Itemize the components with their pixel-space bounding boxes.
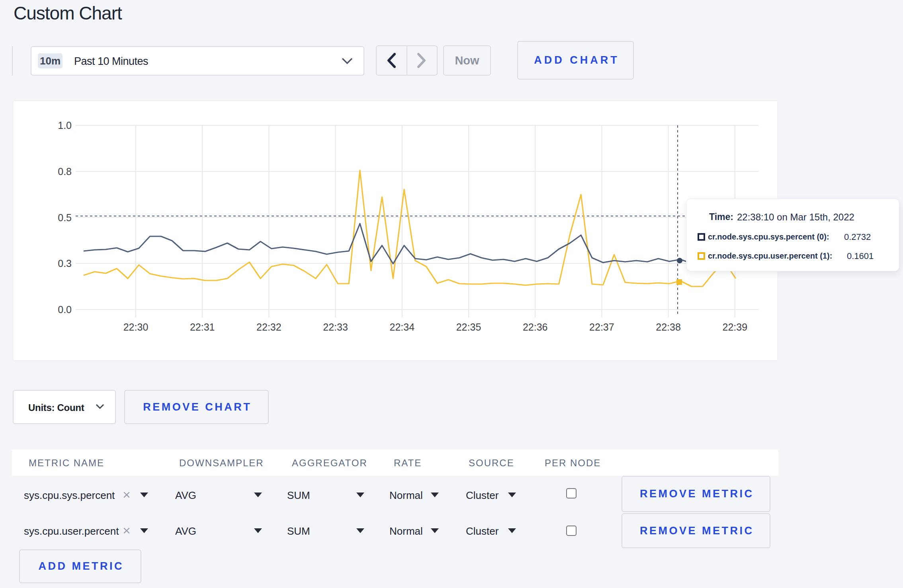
svg-text:22:35: 22:35	[456, 321, 481, 333]
svg-text:22:33: 22:33	[323, 321, 348, 333]
svg-text:22:37: 22:37	[589, 321, 614, 333]
svg-text:22:31: 22:31	[190, 321, 215, 333]
svg-text:0.0: 0.0	[58, 304, 72, 315]
svg-text:22:38: 22:38	[656, 321, 681, 333]
svg-text:0.5: 0.5	[58, 212, 72, 223]
svg-text:0.3: 0.3	[58, 258, 72, 269]
svg-text:22:30: 22:30	[123, 321, 149, 333]
svg-text:22:36: 22:36	[523, 321, 548, 333]
svg-text:22:39: 22:39	[723, 321, 748, 333]
svg-text:22:34: 22:34	[390, 321, 415, 333]
svg-text:22:32: 22:32	[256, 321, 281, 333]
svg-text:0.8: 0.8	[58, 166, 72, 177]
svg-text:1.0: 1.0	[58, 120, 72, 131]
